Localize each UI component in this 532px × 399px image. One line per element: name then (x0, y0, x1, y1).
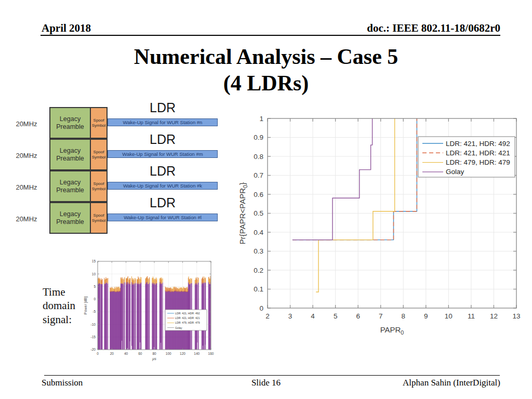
svg-text:-20: -20 (91, 348, 96, 351)
svg-text:15: 15 (92, 259, 96, 263)
header-date: April 2018 (42, 22, 91, 35)
bandwidth-label: 20MHz (10, 215, 43, 223)
svg-text:60: 60 (138, 352, 142, 355)
bandwidth-label: 20MHz (10, 183, 43, 191)
slide-title: Numerical Analysis – Case 5 (4 LDRs) (0, 44, 532, 97)
svg-text:0: 0 (259, 304, 263, 312)
svg-text:100: 100 (166, 352, 171, 355)
svg-text:10: 10 (445, 312, 453, 320)
svg-text:160: 160 (208, 352, 214, 355)
header-rule (41, 35, 500, 36)
spoof-line1: Spoof (94, 213, 104, 218)
svg-text:10: 10 (92, 272, 96, 276)
bandwidth-label: 20MHz (10, 120, 43, 128)
svg-text:PAPR0: PAPR0 (380, 325, 404, 336)
svg-text:9: 9 (424, 312, 428, 320)
spoof-line2: Symbol (92, 187, 106, 192)
legacy-preamble-box: Legacy Preamble (49, 202, 91, 234)
svg-text:5: 5 (94, 285, 96, 288)
wakeup-signal-text: Wake-Up Signal for WUR Station #m (122, 151, 203, 157)
legacy-preamble-box: Legacy Preamble (49, 170, 91, 202)
wakeup-signal-bar: Wake-Up Signal for WUR Station #n (108, 118, 218, 126)
spoof-line1: Spoof (94, 150, 104, 155)
legacy-line1: Legacy (60, 115, 81, 123)
svg-text:7: 7 (379, 312, 383, 320)
svg-text:120: 120 (180, 352, 185, 355)
wakeup-signal-text: Wake-Up Signal for WUR Station #l (124, 215, 202, 220)
svg-text:20: 20 (110, 352, 114, 355)
spoof-symbol-box: Spoof Symbol (90, 139, 108, 170)
ldr-label: LDR (108, 132, 218, 147)
svg-text:4: 4 (311, 312, 315, 320)
legacy-line2: Preamble (56, 218, 84, 225)
wakeup-signal-bar: Wake-Up Signal for WUR Station #m (108, 150, 218, 158)
ldr-label: LDR (108, 100, 218, 115)
svg-text:5: 5 (334, 312, 338, 320)
svg-text:μs: μs (152, 357, 156, 361)
svg-text:LDR: 421, HDR: 492: LDR: 421, HDR: 492 (175, 312, 200, 315)
wakeup-signal-bar: Wake-Up Signal for WUR Station #k (108, 182, 218, 190)
legacy-line1: Legacy (60, 179, 81, 186)
svg-text:0: 0 (97, 352, 99, 355)
legacy-line1: Legacy (60, 210, 81, 218)
svg-text:0.7: 0.7 (254, 171, 263, 179)
legacy-preamble-box: Legacy Preamble (49, 107, 91, 139)
svg-text:0.1: 0.1 (254, 285, 263, 293)
slide: April 2018 doc.: IEEE 802.11-18/0682r0 N… (0, 0, 532, 399)
svg-text:0.9: 0.9 (254, 134, 263, 141)
title-line1: Numerical Analysis – Case 5 (0, 44, 532, 70)
svg-text:Golay: Golay (175, 326, 182, 329)
spoof-line1: Spoof (94, 118, 104, 123)
svg-text:6: 6 (356, 312, 360, 320)
title-line2: (4 LDRs) (0, 70, 532, 97)
wakeup-signal-text: Wake-Up Signal for WUR Station #n (123, 119, 203, 125)
svg-text:-15: -15 (91, 335, 96, 339)
svg-text:12: 12 (490, 312, 498, 320)
footer-rule (44, 375, 500, 376)
spoof-line2: Symbol (92, 155, 106, 160)
spoof-symbol-box: Spoof Symbol (90, 202, 108, 234)
time-domain-caption: Time domain signal: (43, 285, 87, 326)
svg-text:2: 2 (265, 312, 270, 320)
svg-text:0: 0 (94, 297, 96, 301)
bandwidth-label: 20MHz (10, 152, 43, 159)
svg-text:11: 11 (468, 312, 475, 320)
legacy-line2: Preamble (56, 155, 84, 162)
svg-text:LDR: 421, HDR: 421: LDR: 421, HDR: 421 (175, 316, 200, 320)
spoof-symbol-box: Spoof Symbol (90, 170, 108, 202)
legacy-line1: Legacy (60, 147, 81, 154)
svg-text:140: 140 (194, 352, 200, 355)
svg-text:0.2: 0.2 (254, 267, 263, 274)
legacy-preamble-box: Legacy Preamble (49, 139, 91, 170)
svg-text:LDR: 479, HDR: 479: LDR: 479, HDR: 479 (446, 158, 510, 166)
header-doc-number: doc.: IEEE 802.11-18/0682r0 (367, 22, 500, 35)
svg-text:0.6: 0.6 (254, 191, 263, 198)
ldr-label: LDR (108, 195, 218, 210)
svg-text:13: 13 (512, 312, 520, 320)
svg-text:0.3: 0.3 (254, 247, 263, 255)
svg-text:80: 80 (152, 352, 156, 355)
svg-text:-5: -5 (92, 310, 96, 313)
wakeup-signal-bar: Wake-Up Signal for WUR Station #l (108, 214, 218, 221)
svg-text:8: 8 (402, 312, 406, 320)
ldr-label: LDR (108, 164, 218, 179)
svg-text:1: 1 (259, 115, 263, 123)
footer-author: Alphan Sahin (InterDigital) (403, 378, 500, 388)
svg-text:Pr{PAPR<PAPR0}: Pr{PAPR<PAPR0} (238, 182, 248, 244)
svg-text:-10: -10 (91, 323, 96, 326)
svg-text:LDR: 421, HDR: 421: LDR: 421, HDR: 421 (446, 149, 510, 157)
svg-text:40: 40 (124, 352, 128, 355)
spoof-symbol-box: Spoof Symbol (90, 107, 108, 139)
svg-text:0.8: 0.8 (254, 153, 263, 161)
time-domain-chart: 020406080100120140160151050-5-10-15-20μs… (82, 251, 218, 361)
svg-text:LDR: 421, HDR: 492: LDR: 421, HDR: 492 (446, 140, 510, 148)
svg-text:LDR: 479, HDR: 479: LDR: 479, HDR: 479 (175, 321, 200, 324)
svg-text:Golay: Golay (446, 168, 464, 176)
legacy-line2: Preamble (56, 187, 84, 194)
legacy-line2: Preamble (56, 123, 84, 130)
spoof-line2: Symbol (92, 218, 106, 223)
svg-text:0.4: 0.4 (254, 229, 263, 236)
wakeup-signal-text: Wake-Up Signal for WUR Station #k (123, 183, 202, 189)
spoof-line2: Symbol (92, 123, 106, 128)
spoof-line1: Spoof (94, 181, 104, 187)
